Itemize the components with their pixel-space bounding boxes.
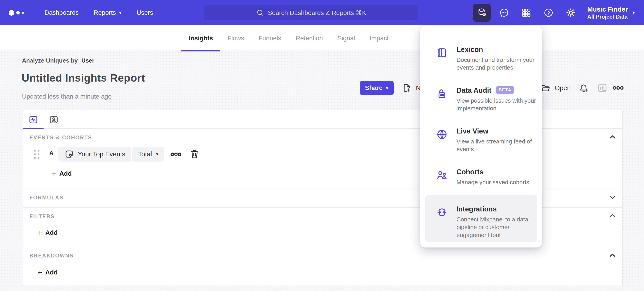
apps-grid-button[interactable] <box>518 4 535 22</box>
metric-selector[interactable]: Total ▾ <box>132 147 164 162</box>
caret-down-icon: ▾ <box>632 10 635 15</box>
lexicon-book-icon <box>436 47 448 59</box>
search-placeholder: Search Dashboards & Reports ⌘K <box>268 9 366 16</box>
page-title[interactable]: Untitled Insights Report <box>22 72 145 84</box>
tab-signal[interactable]: Signal <box>330 25 362 51</box>
nav-right-controls: ? Music Finder All Project Data ▾ <box>473 0 644 25</box>
add-to-dashboard-button[interactable] <box>596 81 608 95</box>
project-scope: All Project Data <box>587 13 628 20</box>
breadcrumb: Analyze Uniques by User <box>22 57 94 64</box>
ellipsis-icon <box>170 148 182 160</box>
tab-insights[interactable]: Insights <box>182 25 220 51</box>
row-letter: A <box>49 150 54 157</box>
report-tabbar: Insights Flows Funnels Retention Signal … <box>0 25 644 51</box>
filters-section-label: FILTERS <box>30 214 55 220</box>
mixpanel-insights-page: Dashboards Reports ▾ Users Search Dashbo… <box>0 0 644 291</box>
database-gear-icon <box>477 7 487 18</box>
project-selector[interactable]: Music Finder All Project Data ▾ <box>587 5 635 20</box>
bell-plus-icon <box>578 82 590 94</box>
search-input[interactable]: Search Dashboards & Reports ⌘K <box>204 5 418 20</box>
nav-item-dashboards[interactable]: Dashboards <box>44 9 79 16</box>
add-alert-button[interactable] <box>578 81 590 95</box>
row-more-button[interactable] <box>170 148 182 160</box>
settings-button[interactable] <box>562 4 580 22</box>
tab-funnels[interactable]: Funnels <box>251 25 288 51</box>
person-card-icon <box>48 114 59 125</box>
menu-item-cohorts[interactable]: Cohorts Manage your saved cohorts <box>420 168 542 186</box>
caret-down-icon: ▾ <box>156 152 158 156</box>
more-actions-button[interactable] <box>612 81 624 95</box>
cohorts-people-icon <box>436 169 448 181</box>
share-button[interactable]: Share ▾ <box>360 81 394 95</box>
filters-collapse-chevron-up-icon[interactable] <box>608 211 617 220</box>
svg-text:?: ? <box>547 10 550 15</box>
plus-icon: + <box>38 229 42 237</box>
breakdowns-section-label: BREAKDOWNS <box>30 253 74 259</box>
beta-badge: BETA <box>496 86 514 94</box>
chart-plus-icon <box>596 82 608 94</box>
plus-icon: + <box>38 269 42 276</box>
caret-down-icon: ▾ <box>386 85 388 90</box>
formulas-section-label: FORMULAS <box>30 195 64 201</box>
cursor-click-icon <box>64 149 74 159</box>
menu-item-live-view[interactable]: Live View View a live streaming feed of … <box>420 127 542 153</box>
analyze-uniques-value[interactable]: User <box>82 57 94 64</box>
drag-handle[interactable] <box>34 150 40 159</box>
integrations-sync-icon <box>436 207 448 218</box>
gear-icon <box>566 7 576 18</box>
feedback-button[interactable] <box>495 4 513 22</box>
open-report-button[interactable]: Open <box>540 81 571 95</box>
tab-flows[interactable]: Flows <box>220 25 251 51</box>
primary-nav: Dashboards Reports ▾ Users <box>44 9 153 16</box>
data-management-menu: Lexicon Document and transform your even… <box>420 26 542 248</box>
data-management-button[interactable] <box>473 4 491 22</box>
help-button[interactable]: ? <box>540 4 558 22</box>
formulas-expand-chevron-down-icon[interactable] <box>608 192 617 202</box>
project-name: Music Finder <box>587 5 628 13</box>
menu-item-integrations[interactable]: Integrations Connect Mixpanel to a data … <box>425 195 537 242</box>
breakdowns-collapse-chevron-up-icon[interactable] <box>608 251 617 260</box>
tab-retention[interactable]: Retention <box>288 25 330 51</box>
live-view-globe-icon <box>436 128 448 140</box>
feedback-bubble-icon <box>499 7 509 18</box>
delete-row-button[interactable] <box>189 149 200 160</box>
menu-item-lexicon[interactable]: Lexicon Document and transform your even… <box>420 45 542 72</box>
pulse-chart-icon <box>28 114 38 125</box>
events-mode-tab[interactable] <box>23 110 44 129</box>
data-audit-lock-icon <box>436 88 448 99</box>
search-icon <box>256 8 264 17</box>
menu-item-data-audit[interactable]: Data Audit BETA View possible issues wit… <box>420 86 542 112</box>
add-breakdown-button[interactable]: + Add <box>38 269 58 276</box>
caret-down-icon: ▾ <box>119 10 122 15</box>
nav-item-users[interactable]: Users <box>136 9 153 16</box>
help-icon: ? <box>543 7 554 18</box>
plus-icon: + <box>52 170 56 177</box>
tab-impact[interactable]: Impact <box>362 25 396 51</box>
trash-icon <box>189 149 200 160</box>
events-section-label: EVENTS & COHORTS <box>30 135 92 141</box>
analyze-uniques-label: Analyze Uniques by <box>22 57 78 64</box>
grid-icon <box>521 7 532 18</box>
add-event-button[interactable]: + Add <box>52 170 72 177</box>
updated-timestamp: Updated less than a minute ago <box>22 93 112 100</box>
top-nav: Dashboards Reports ▾ Users Search Dashbo… <box>0 0 644 25</box>
mixpanel-logo-icon[interactable] <box>8 10 30 16</box>
add-filter-button[interactable]: + Add <box>38 229 58 237</box>
nav-item-reports[interactable]: Reports ▾ <box>94 9 122 16</box>
profiles-mode-tab[interactable] <box>44 110 64 129</box>
events-collapse-chevron-up-icon[interactable] <box>608 132 617 142</box>
new-document-icon <box>401 82 412 93</box>
ellipsis-icon <box>612 82 624 94</box>
event-selector[interactable]: Your Top Events <box>58 147 131 162</box>
